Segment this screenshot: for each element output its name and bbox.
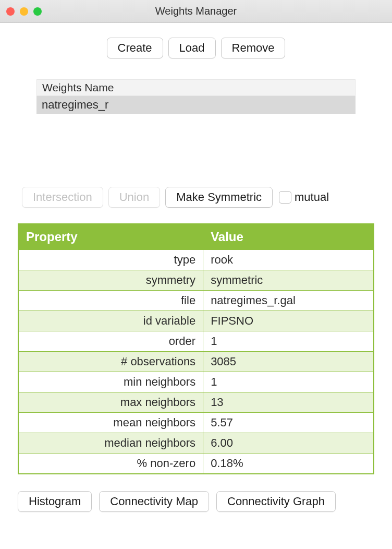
prop-value: FIPSNO [203,311,374,331]
prop-name: # observations [18,352,203,372]
table-row: max neighbors13 [18,392,374,413]
minimize-icon[interactable] [20,7,28,16]
content-area: Create Load Remove Weights Name natregim… [0,23,392,512]
remove-button[interactable]: Remove [221,38,286,58]
table-row: # observations3085 [18,352,374,372]
prop-name: % non-zero [18,453,203,474]
table-row: min neighbors1 [18,372,374,392]
top-button-row: Create Load Remove [18,38,374,58]
traffic-lights [6,7,42,16]
mutual-checkbox-label: mutual [295,190,329,204]
table-row: median neighbors6.00 [18,433,374,453]
properties-table: Property Value typerook symmetrysymmetri… [18,223,374,474]
prop-name: order [18,331,203,352]
mutual-checkbox-wrap: mutual [279,190,329,204]
prop-value: rook [203,250,374,270]
prop-value: 5.57 [203,413,374,433]
prop-value: 13 [203,392,374,413]
intersection-button: Intersection [22,187,103,208]
weights-list-item[interactable]: natregimes_r [36,96,356,114]
table-row: filenatregimes_r.gal [18,291,374,311]
union-button: Union [108,187,160,208]
prop-name: min neighbors [18,372,203,392]
properties-tbody: typerook symmetrysymmetric filenatregime… [18,250,374,474]
ops-button-row: Intersection Union Make Symmetric mutual [18,187,374,208]
close-icon[interactable] [6,7,15,16]
prop-value: 1 [203,372,374,392]
weights-list: Weights Name natregimes_r [36,79,356,114]
bottom-button-row: Histogram Connectivity Map Connectivity … [18,491,374,512]
prop-value: 1 [203,331,374,352]
prop-name: mean neighbors [18,413,203,433]
prop-name: id variable [18,311,203,331]
table-row: order1 [18,331,374,352]
th-property: Property [18,224,203,250]
make-symmetric-button[interactable]: Make Symmetric [165,187,273,208]
prop-value: 3085 [203,352,374,372]
prop-value: 0.18% [203,453,374,474]
weights-list-header: Weights Name [36,79,356,96]
prop-name: symmetry [18,270,203,291]
prop-name: file [18,291,203,311]
table-row: % non-zero0.18% [18,453,374,474]
table-row: id variableFIPSNO [18,311,374,331]
prop-value: natregimes_r.gal [203,291,374,311]
connectivity-map-button[interactable]: Connectivity Map [99,491,209,512]
prop-value: 6.00 [203,433,374,453]
prop-name: type [18,250,203,270]
histogram-button[interactable]: Histogram [18,491,92,512]
titlebar: Weights Manager [0,0,392,23]
th-value: Value [203,224,374,250]
window-title: Weights Manager [0,5,392,17]
prop-name: max neighbors [18,392,203,413]
mutual-checkbox[interactable] [279,191,291,204]
table-row: mean neighbors5.57 [18,413,374,433]
create-button[interactable]: Create [107,38,163,58]
table-row: symmetrysymmetric [18,270,374,291]
table-row: typerook [18,250,374,270]
prop-name: median neighbors [18,433,203,453]
maximize-icon[interactable] [33,7,42,16]
prop-value: symmetric [203,270,374,291]
load-button[interactable]: Load [168,38,216,58]
connectivity-graph-button[interactable]: Connectivity Graph [216,491,336,512]
